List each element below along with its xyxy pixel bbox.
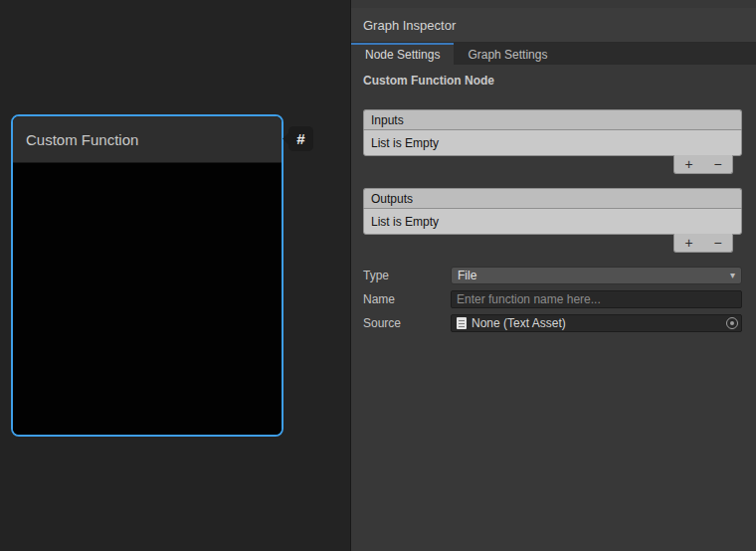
shader-graph-window: Custom Function # Graph Inspector Node S… (0, 0, 756, 551)
inputs-list-title: Inputs (371, 113, 404, 127)
inspector-header[interactable]: Graph Inspector (351, 8, 756, 43)
function-properties: Type File ▾ Name Source None (Text Asset… (363, 267, 742, 332)
outputs-list-controls: + − (673, 234, 733, 253)
outputs-empty-text: List is Empty (371, 215, 439, 229)
chevron-down-icon: ▾ (730, 271, 735, 280)
object-picker-icon[interactable] (726, 317, 738, 329)
inputs-list-controls: + − (673, 155, 733, 174)
outputs-list: Outputs List is Empty + − (363, 188, 742, 253)
add-output-button[interactable]: + (676, 235, 702, 251)
node-precision-badge[interactable]: # (288, 126, 313, 151)
remove-output-button[interactable]: − (705, 235, 731, 251)
hash-icon: # (296, 130, 304, 147)
node-preview-area (13, 163, 282, 435)
remove-input-button[interactable]: − (705, 156, 731, 172)
node-header[interactable]: Custom Function (13, 116, 282, 163)
outputs-list-footer-row: + − (363, 234, 742, 253)
source-object-value: None (Text Asset) (472, 316, 566, 330)
type-dropdown[interactable]: File ▾ (451, 267, 742, 284)
function-name-input[interactable] (451, 290, 742, 308)
text-asset-icon (457, 317, 467, 329)
add-input-button[interactable]: + (676, 156, 702, 172)
source-object-field[interactable]: None (Text Asset) (451, 314, 742, 332)
name-field-label: Name (363, 292, 451, 306)
source-field-label: Source (363, 316, 451, 330)
graph-inspector-panel: Graph Inspector Node Settings Graph Sett… (350, 0, 756, 551)
outputs-list-header[interactable]: Outputs (363, 188, 742, 208)
type-field-row: Type File ▾ (363, 267, 742, 284)
inputs-empty-text: List is Empty (371, 136, 439, 150)
tab-node-settings-label: Node Settings (365, 48, 440, 62)
tab-graph-settings[interactable]: Graph Settings (454, 43, 561, 65)
outputs-list-title: Outputs (371, 192, 413, 206)
source-field-row: Source None (Text Asset) (363, 314, 742, 332)
inputs-list-footer-row: + − (363, 155, 742, 174)
type-field-label: Type (363, 269, 451, 282)
node-title: Custom Function (26, 131, 138, 148)
custom-function-node[interactable]: Custom Function (11, 114, 284, 437)
node-settings-heading: Custom Function Node (363, 74, 742, 88)
inspector-title: Graph Inspector (363, 18, 456, 33)
tab-node-settings[interactable]: Node Settings (351, 43, 454, 65)
inputs-list: Inputs List is Empty + − (363, 109, 742, 174)
name-field-row: Name (363, 290, 742, 308)
tab-graph-settings-label: Graph Settings (468, 48, 547, 62)
inspector-tab-bar: Node Settings Graph Settings (351, 43, 756, 65)
type-dropdown-value: File (458, 269, 476, 282)
node-settings-content: Custom Function Node Inputs List is Empt… (351, 74, 756, 332)
outputs-list-body: List is Empty (363, 208, 742, 235)
inputs-list-body: List is Empty (363, 129, 742, 156)
inputs-list-header[interactable]: Inputs (363, 109, 742, 129)
